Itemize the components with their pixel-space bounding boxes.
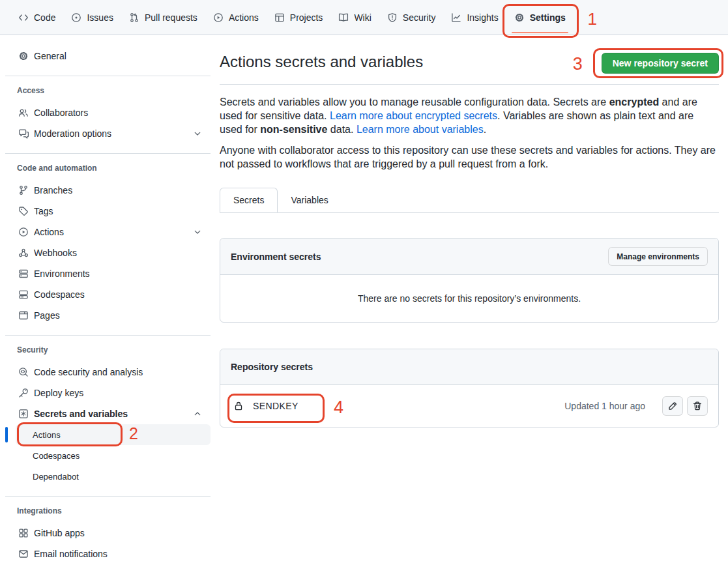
codespaces-icon <box>18 289 29 300</box>
sidebar-item-secrets-and-variables[interactable]: Secrets and variables <box>16 403 211 424</box>
sidebar-subitem-actions[interactable]: Actions 2 <box>16 424 211 445</box>
sidebar-item-label: GitHub apps <box>34 528 85 538</box>
new-secret-button-wrap: New repository secret 3 <box>602 53 719 74</box>
intro-text: data. <box>327 124 356 135</box>
manage-environments-button[interactable]: Manage environments <box>608 247 708 266</box>
lock-icon <box>233 401 244 411</box>
divider <box>5 76 211 76</box>
tab-label: Code <box>34 12 55 23</box>
sidebar-item-tags[interactable]: Tags <box>16 201 211 222</box>
sidebar-item-codespaces[interactable]: Codespaces <box>16 284 211 305</box>
graph-icon <box>451 12 461 23</box>
delete-secret-button[interactable] <box>687 396 708 416</box>
book-icon <box>338 12 349 23</box>
asterisk-box-icon <box>18 409 29 419</box>
sidebar-subitem-codespaces[interactable]: Codespaces <box>16 445 211 466</box>
sidebar-item-label: Pages <box>34 310 60 321</box>
sidebar-item-moderation-options[interactable]: Moderation options <box>16 123 211 144</box>
repo-tab-nav: Code Issues Pull requests Actions Projec… <box>0 0 728 35</box>
sidebar-item-github-apps[interactable]: GitHub apps <box>16 523 211 543</box>
sidebar-item-code-security-and-analysis[interactable]: Code security and analysis <box>16 362 211 383</box>
sidebar-item-general[interactable]: General <box>16 46 211 66</box>
new-repository-secret-button[interactable]: New repository secret <box>602 53 719 74</box>
sidebar-item-environments[interactable]: Environments <box>16 263 211 284</box>
sidebar-subitem-dependabot[interactable]: Dependabot <box>16 466 211 487</box>
link-learn-more-variables[interactable]: Learn more about variables <box>357 124 484 135</box>
chevron-down-icon <box>192 128 203 139</box>
sidebar-item-collaborators[interactable]: Collaborators <box>16 102 211 123</box>
people-icon <box>18 108 29 118</box>
environment-secrets-card: Environment secrets Manage environments … <box>220 238 719 323</box>
sidebar-section-code-and-automation: Code and automation <box>5 163 211 173</box>
secret-updated-timestamp: Updated 1 hour ago <box>564 401 645 411</box>
sidebar-item-label: Environments <box>34 268 90 279</box>
tab-insights[interactable]: Insights <box>443 0 506 35</box>
tab-code[interactable]: Code <box>10 0 63 35</box>
sidebar-item-label: Actions <box>34 227 64 237</box>
key-icon <box>18 388 29 398</box>
tab-label: Insights <box>467 12 498 23</box>
intro-text: . <box>484 124 486 135</box>
intro-bold-encrypted: encrypted <box>609 96 659 108</box>
sidebar-item-label: Code security and analysis <box>34 367 143 377</box>
github-settings-page: Code Issues Pull requests Actions Projec… <box>0 0 728 565</box>
annotation-number-4: 4 <box>334 398 343 418</box>
pencil-icon <box>667 401 678 411</box>
play-icon <box>18 227 29 237</box>
repository-secrets-header: Repository secrets <box>220 349 718 385</box>
server-icon <box>18 268 29 279</box>
code-icon <box>18 12 29 23</box>
sidebar-item-deploy-keys[interactable]: Deploy keys <box>16 383 211 403</box>
webhook-icon <box>18 248 29 258</box>
gear-icon <box>18 51 29 61</box>
sidebar-item-label: General <box>34 51 66 61</box>
tab-issues[interactable]: Issues <box>63 0 121 35</box>
git-pull-request-icon <box>129 12 139 23</box>
secret-name: SENDKEY <box>253 401 298 411</box>
sidebar-item-email-notifications[interactable]: Email notifications <box>16 543 211 564</box>
tab-security[interactable]: Security <box>379 0 444 35</box>
mail-icon <box>18 549 29 559</box>
environment-secrets-header: Environment secrets Manage environments <box>220 239 718 275</box>
sidebar-item-actions[interactable]: Actions <box>16 222 211 242</box>
tab-variables[interactable]: Variables <box>278 188 341 212</box>
sidebar-item-branches[interactable]: Branches <box>16 180 211 201</box>
settings-sidebar: General Access Collaborators Moderation … <box>0 35 216 564</box>
environment-secrets-title: Environment secrets <box>231 252 321 262</box>
intro-text: Secrets and variables allow you to manag… <box>220 96 609 108</box>
divider <box>5 335 211 336</box>
chevron-up-icon <box>192 409 203 419</box>
tab-settings[interactable]: Settings 1 <box>506 0 574 35</box>
sidebar-item-label: Webhooks <box>34 248 77 258</box>
edit-secret-button[interactable] <box>662 396 683 416</box>
comment-discussion-icon <box>18 128 29 139</box>
issue-opened-icon <box>71 12 81 23</box>
sidebar-subitem-label: Actions <box>33 430 61 440</box>
tab-label: Pull requests <box>145 12 197 23</box>
link-learn-more-encrypted-secrets[interactable]: Learn more about encrypted secrets <box>330 110 497 121</box>
code-scan-icon <box>18 367 29 377</box>
tab-pull-requests[interactable]: Pull requests <box>121 0 205 35</box>
tab-label: Actions <box>229 12 259 23</box>
table-icon <box>274 12 285 23</box>
sidebar-item-label: Email notifications <box>34 549 108 559</box>
sidebar-item-label: Deploy keys <box>34 388 83 398</box>
sidebar-item-pages[interactable]: Pages <box>16 305 211 326</box>
tab-actions[interactable]: Actions <box>205 0 267 35</box>
sidebar-item-label: Moderation options <box>34 128 111 139</box>
tab-wiki[interactable]: Wiki <box>330 0 379 35</box>
gear-icon <box>514 12 525 23</box>
repository-secrets-title: Repository secrets <box>231 362 313 372</box>
sidebar-subitem-label: Dependabot <box>33 472 79 482</box>
sidebar-section-integrations: Integrations <box>5 506 211 516</box>
apps-icon <box>18 528 29 538</box>
tab-projects[interactable]: Projects <box>267 0 331 35</box>
sidebar-subitem-label: Codespaces <box>33 451 80 461</box>
repository-secrets-card: Repository secrets SENDKEY Updated 1 hou… <box>220 349 719 427</box>
tab-label: Issues <box>87 12 113 23</box>
annotation-number-1: 1 <box>587 9 596 29</box>
sidebar-item-webhooks[interactable]: Webhooks <box>16 242 211 263</box>
secrets-variables-tabs: Secrets Variables <box>220 188 719 213</box>
tag-icon <box>18 206 29 216</box>
tab-secrets[interactable]: Secrets <box>220 188 278 212</box>
